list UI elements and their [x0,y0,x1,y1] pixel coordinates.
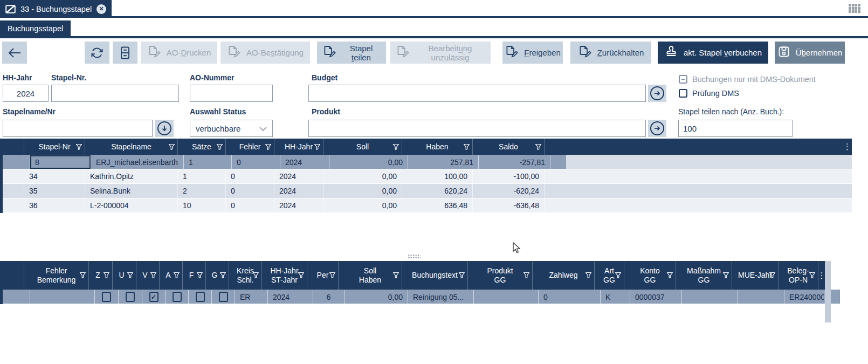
column-header-cell[interactable]: Stapel-Nr [24,139,85,155]
back-button[interactable] [2,42,27,64]
ao-drucken-button[interactable]: AO-Drucken [141,42,217,64]
filter-icon[interactable] [150,272,157,279]
table-cell[interactable]: 620,24 [402,184,473,198]
produkt-input[interactable] [308,120,646,137]
column-header-cell[interactable]: Soll Haben [339,261,402,290]
column-header-cell[interactable]: MUE-Jahr [732,261,779,290]
column-menu-icon[interactable]: ⋮ [818,261,825,290]
row-gutter[interactable] [3,198,24,212]
stapel-teilen-button[interactable]: Stapel teilen [317,42,386,64]
row-gutter[interactable] [9,155,30,169]
table-cell[interactable]: ER [235,290,268,304]
table-cell[interactable]: 0 [226,184,274,198]
table-cell[interactable] [474,290,539,304]
filter-icon[interactable] [75,143,82,150]
column-header-cell[interactable]: Konto GG [624,261,676,290]
dms-only-checkbox-row[interactable]: Buchungen nur mit DMS-Dokument [679,75,816,84]
column-header-cell[interactable]: U [113,261,136,290]
table-row[interactable]: 36L-2-00000410020240,00636,48-636,48 [3,198,852,213]
table-cell[interactable]: 34 [24,169,85,183]
column-header-cell[interactable]: Saldo [473,139,545,155]
splitter-drag-handle-icon[interactable] [408,254,421,259]
table-cell[interactable]: 0 [226,169,274,183]
column-header-cell[interactable]: Buchungstext [402,261,468,290]
column-header-cell[interactable]: Art GG [595,261,624,290]
table-cell[interactable]: -257,81 [479,155,550,169]
table-cell[interactable] [738,290,784,304]
table-cell[interactable]: 10 [178,198,226,212]
table-cell[interactable]: 0 [539,290,601,304]
row-checkbox[interactable] [196,292,205,302]
budget-input[interactable] [308,85,646,102]
filter-icon[interactable] [216,143,223,150]
column-header-cell[interactable]: HH-Jahr [274,139,323,155]
auswahl-status-select[interactable]: verbuchbare [190,120,273,137]
table-cell[interactable] [682,290,738,304]
akt-stapel-verbuchen-button[interactable]: akt. Stapel verbuchen [658,42,768,64]
filter-icon[interactable] [615,272,622,279]
filter-icon[interactable] [463,143,470,150]
table-cell[interactable]: 2024 [268,290,313,304]
table-cell[interactable]: 0 [226,198,274,212]
table-cell[interactable]: Selina.Bunk [85,184,178,198]
row-checkbox-checked[interactable]: ✓ [149,292,159,302]
column-header-cell[interactable]: Sätze [178,139,226,155]
column-header-cell[interactable]: HH-Jahr ST-Jahr [262,261,307,290]
stapel-nr-input[interactable] [51,85,179,102]
bearbeitung-unzulaessig-button[interactable]: Bearbeitung unzulässig [390,42,491,64]
row-checkbox[interactable] [126,292,135,302]
table-cell[interactable] [189,290,212,304]
teilen-nach-input[interactable] [678,120,793,137]
pruefung-dms-checkbox[interactable] [679,89,687,98]
table-row[interactable]: 8ERJ_michael.eisenbarth1020240,00257,81-… [3,155,566,169]
filter-icon[interactable] [392,272,399,279]
table-cell[interactable]: 0,00 [345,290,408,304]
table-cell[interactable]: Reinigung 05... [408,290,474,304]
row-gutter[interactable] [3,184,24,198]
column-menu-icon[interactable]: ⋮ [843,139,852,155]
table-cell[interactable]: 0,00 [323,169,402,183]
table-cell[interactable]: 6 [313,290,345,304]
column-header-cell[interactable]: Maßnahm GG [676,261,732,290]
table-cell[interactable] [212,290,235,304]
filter-icon[interactable] [173,272,180,279]
filter-icon[interactable] [265,143,272,150]
vertical-scrollbar[interactable] [825,261,831,322]
table-cell[interactable]: 2024 [274,198,323,212]
filter-icon[interactable] [523,272,530,279]
row-checkbox[interactable] [102,292,111,302]
column-header-cell[interactable]: Haben [402,139,473,155]
table-cell[interactable] [95,290,119,304]
table-cell[interactable]: -636,48 [473,198,545,212]
table-cell[interactable] [166,290,189,304]
table-cell[interactable]: 0,00 [323,184,402,198]
row-checkbox[interactable] [173,292,182,302]
produkt-search-button[interactable] [648,120,666,137]
filter-icon[interactable] [103,272,110,279]
table-cell[interactable]: L-2-000004 [85,198,178,212]
filter-icon[interactable] [392,143,399,150]
table-cell[interactable]: 2 [178,184,226,198]
dms-only-checkbox[interactable] [679,75,687,84]
zurueckhalten-button[interactable]: Zurückhalten [570,42,651,64]
table-cell[interactable]: 0 [232,155,280,169]
window-tab[interactable]: 33 - Buchungsstapel ✕ [0,0,112,18]
column-header-cell[interactable]: V [136,261,160,290]
table-cell[interactable]: -100,00 [473,169,545,183]
filter-icon[interactable] [314,143,321,150]
filter-icon[interactable] [127,272,134,279]
filter-icon[interactable] [585,272,592,279]
ao-bestaetigung-button[interactable]: AO-Bestätigung [221,42,310,64]
stapelname-input[interactable] [3,120,153,137]
table-cell[interactable] [119,290,142,304]
hh-jahr-input[interactable] [3,85,49,102]
budget-search-button[interactable] [648,85,666,102]
table-cell[interactable]: 36 [24,198,85,212]
column-header-cell[interactable]: A [160,261,183,290]
archive-cabinet-button[interactable] [113,42,137,64]
column-header-cell[interactable]: F [183,261,206,290]
column-header-cell[interactable]: Kreis Schl. [229,261,262,290]
table-cell[interactable]: 0,00 [329,155,408,169]
column-header-cell[interactable]: Produkt GG [468,261,533,290]
table-cell[interactable]: 1 [178,169,226,183]
